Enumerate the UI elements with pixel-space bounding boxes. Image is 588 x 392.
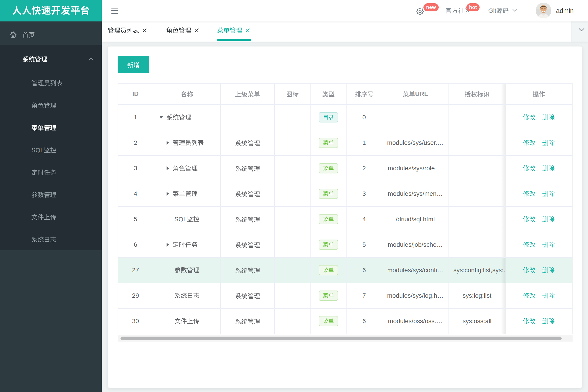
menu-name (173, 139, 204, 146)
delete-link[interactable] (542, 190, 555, 197)
table-row[interactable]: 276modules/sys/confi…sys:config:list,sys… (118, 258, 572, 283)
table-row[interactable]: 21modules/sys/user.… (118, 130, 572, 156)
menu-name (173, 165, 198, 172)
sidebar-item-entry[interactable] (0, 206, 102, 228)
edit-link[interactable] (523, 266, 535, 274)
sidebar-item-label: SQL (31, 139, 56, 161)
table-row[interactable]: 10 (118, 105, 572, 130)
delete-link[interactable] (542, 292, 555, 299)
sidebar-item-active[interactable] (0, 116, 102, 138)
hamburger-icon (111, 8, 118, 8)
cell-type (311, 130, 347, 156)
type-tag-menu (319, 138, 338, 148)
expand-arrow-right-icon[interactable] (167, 192, 169, 196)
cell-url: modules/sys/user.… (382, 130, 449, 156)
sidebar-group-title[interactable] (0, 45, 102, 72)
cell-parent (221, 207, 275, 232)
cell-id: 6 (118, 232, 153, 258)
close-icon[interactable] (195, 28, 199, 32)
expand-arrow-down-icon[interactable] (159, 116, 163, 119)
edit-link[interactable] (523, 292, 535, 299)
cell-id: 30 (118, 309, 153, 334)
cell-actions (505, 105, 572, 130)
cell-type (311, 105, 347, 130)
edit-link[interactable] (523, 190, 535, 197)
scrollbar-thumb[interactable] (121, 336, 562, 340)
cell-actions (505, 283, 572, 309)
cell-order: 1 (347, 130, 382, 156)
delete-link[interactable] (542, 114, 555, 121)
delete-link[interactable] (542, 241, 555, 248)
table-row[interactable]: 5SQL4/druid/sql.html (118, 207, 572, 232)
expand-arrow-right-icon[interactable] (167, 141, 169, 145)
community-link[interactable] (445, 0, 470, 22)
type-tag-directory (319, 112, 338, 122)
edit-link[interactable] (523, 139, 535, 146)
chevron-down-icon (578, 28, 584, 32)
type-tag-menu (319, 316, 338, 326)
delete-link[interactable] (542, 139, 555, 146)
cell-actions (505, 207, 572, 232)
sidebar-menu: SQL (0, 22, 102, 250)
table-row[interactable]: 32modules/sys/role.… (118, 156, 572, 181)
menu-name (174, 266, 199, 274)
cell-id: 27 (118, 258, 153, 283)
cell-icon (275, 207, 311, 232)
sidebar-item-entry[interactable] (0, 183, 102, 206)
table-header-row: IDURL (118, 83, 572, 105)
cell-actions (505, 156, 572, 181)
tab-1[interactable] (108, 22, 147, 39)
sidebar-item-entry[interactable]: SQL (0, 138, 102, 161)
cell-name (153, 181, 221, 207)
table-row[interactable]: 306modules/oss/oss.…sys:oss:all (118, 309, 572, 334)
cell-url: modules/sys/confi… (382, 258, 449, 283)
sidebar-item-entry[interactable] (0, 72, 102, 94)
cell-url: /druid/sql.html (382, 207, 449, 232)
chevron-up-icon (88, 58, 94, 60)
column-header-6 (347, 84, 382, 105)
sidebar-group-items: SQL (0, 72, 102, 250)
cell-type (311, 258, 347, 283)
delete-link[interactable] (542, 266, 555, 274)
delete-link[interactable] (542, 165, 555, 172)
cell-id: 3 (118, 156, 153, 181)
cell-name (153, 283, 221, 309)
git-source-link[interactable]: Git (488, 0, 509, 22)
cell-parent (221, 283, 275, 309)
tab-2[interactable] (166, 22, 199, 39)
expand-arrow-right-icon[interactable] (167, 166, 169, 170)
cell-order: 7 (347, 283, 382, 309)
menu-fold-button[interactable] (111, 8, 118, 14)
sidebar-item-entry[interactable] (0, 94, 102, 116)
username[interactable]: admin (556, 0, 574, 22)
add-button[interactable] (118, 56, 149, 73)
delete-link[interactable] (542, 318, 555, 325)
table-row[interactable]: 43modules/sys/men… (118, 181, 572, 207)
edit-link[interactable] (523, 241, 535, 248)
cell-url: modules/sys/men… (382, 181, 449, 207)
table-row[interactable]: 297modules/sys/log.h…sys:log:list (118, 283, 572, 309)
table-row[interactable]: 65modules/job/sche… (118, 232, 572, 258)
menu-name (174, 318, 199, 325)
close-icon[interactable] (143, 28, 147, 32)
cell-parent (221, 309, 275, 334)
expand-arrow-right-icon[interactable] (167, 243, 169, 247)
edit-link[interactable] (523, 165, 535, 172)
brand (0, 0, 102, 22)
cell-name (153, 232, 221, 258)
gear-icon[interactable] (416, 8, 424, 15)
sidebar-item-entry[interactable] (0, 161, 102, 183)
tabs-dropdown-button[interactable] (571, 22, 588, 42)
sidebar-item-entry[interactable] (0, 228, 102, 250)
tab-3[interactable] (217, 22, 250, 39)
cell-icon (275, 232, 311, 258)
delete-link[interactable] (542, 216, 555, 223)
edit-link[interactable] (523, 318, 535, 325)
avatar[interactable] (536, 3, 551, 18)
sidebar-item-home[interactable] (0, 22, 102, 45)
edit-link[interactable] (523, 114, 535, 121)
type-tag-menu (319, 163, 338, 174)
horizontal-scrollbar[interactable] (118, 335, 572, 342)
close-icon[interactable] (246, 28, 250, 32)
edit-link[interactable] (523, 216, 535, 223)
